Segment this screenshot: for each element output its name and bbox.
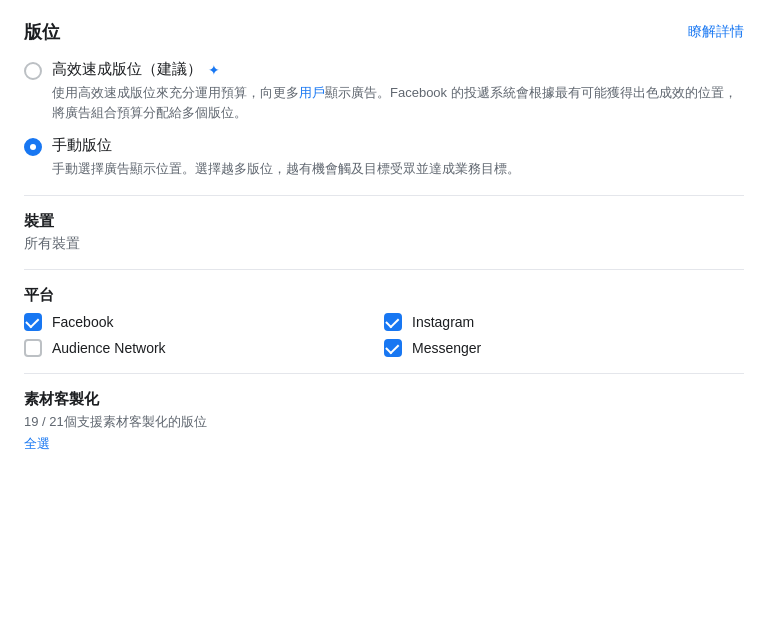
instagram-checkbox[interactable]	[384, 313, 402, 331]
manual-placement-option[interactable]: 手動版位 手動選擇廣告顯示位置。選擇越多版位，越有機會觸及目標受眾並達成業務目標…	[24, 136, 744, 179]
facebook-platform-item[interactable]: Facebook	[24, 313, 384, 331]
manual-radio-input[interactable]	[24, 138, 42, 156]
advantage-placement-option[interactable]: 高效速成版位（建議） ✦ 使用高效速成版位來充分運用預算，向更多用戶顯示廣告。F…	[24, 60, 744, 122]
main-container: 版位 瞭解詳情 高效速成版位（建議） ✦ 使用高效速成版位來充分運用預算，向更多…	[0, 0, 768, 489]
divider-3	[24, 373, 744, 374]
section-header: 版位 瞭解詳情	[24, 20, 744, 44]
learn-more-link[interactable]: 瞭解詳情	[688, 23, 744, 41]
advantage-radio-desc: 使用高效速成版位來充分運用預算，向更多用戶顯示廣告。Facebook 的投遞系統…	[52, 83, 744, 122]
manual-radio-content: 手動版位 手動選擇廣告顯示位置。選擇越多版位，越有機會觸及目標受眾並達成業務目標…	[52, 136, 744, 179]
messenger-platform-item[interactable]: Messenger	[384, 339, 744, 357]
audience-network-label: Audience Network	[52, 340, 166, 356]
facebook-label: Facebook	[52, 314, 113, 330]
customization-count: 19 / 21個支援素材客製化的版位	[24, 413, 744, 431]
facebook-checkbox[interactable]	[24, 313, 42, 331]
device-section-value: 所有裝置	[24, 235, 744, 253]
lightning-icon: ✦	[208, 62, 220, 78]
audience-network-checkbox[interactable]	[24, 339, 42, 357]
advantage-radio-label: 高效速成版位（建議） ✦	[52, 60, 744, 79]
platform-section: 平台 Facebook Instagram Audience Network M…	[24, 286, 744, 357]
platform-grid: Facebook Instagram Audience Network Mess…	[24, 313, 744, 357]
select-all-link[interactable]: 全選	[24, 435, 744, 453]
manual-radio-label: 手動版位	[52, 136, 744, 155]
messenger-label: Messenger	[412, 340, 481, 356]
advantage-label-text: 高效速成版位（建議）	[52, 60, 202, 79]
manual-radio-desc: 手動選擇廣告顯示位置。選擇越多版位，越有機會觸及目標受眾並達成業務目標。	[52, 159, 744, 179]
divider-1	[24, 195, 744, 196]
section-title: 版位	[24, 20, 60, 44]
customization-section: 素材客製化 19 / 21個支援素材客製化的版位 全選	[24, 390, 744, 453]
customization-section-title: 素材客製化	[24, 390, 744, 409]
instagram-label: Instagram	[412, 314, 474, 330]
advantage-radio-content: 高效速成版位（建議） ✦ 使用高效速成版位來充分運用預算，向更多用戶顯示廣告。F…	[52, 60, 744, 122]
advantage-radio-input[interactable]	[24, 62, 42, 80]
device-section: 裝置 所有裝置	[24, 212, 744, 253]
platform-section-title: 平台	[24, 286, 744, 305]
divider-2	[24, 269, 744, 270]
messenger-checkbox[interactable]	[384, 339, 402, 357]
user-link[interactable]: 用戶	[299, 85, 325, 100]
manual-label-text: 手動版位	[52, 136, 112, 155]
audience-network-platform-item[interactable]: Audience Network	[24, 339, 384, 357]
instagram-platform-item[interactable]: Instagram	[384, 313, 744, 331]
device-section-title: 裝置	[24, 212, 744, 231]
